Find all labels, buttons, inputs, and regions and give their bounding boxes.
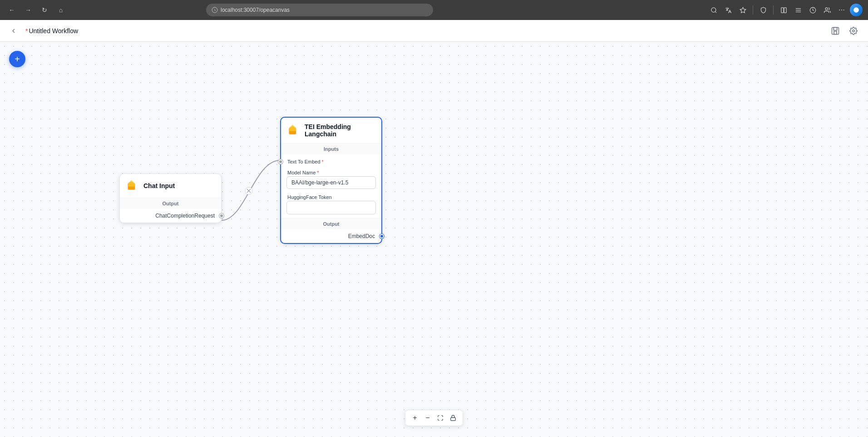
fit-view-button[interactable]	[434, 412, 446, 424]
url-text: localhost:30007/opeacanvas	[221, 7, 290, 13]
app-header: *Untitled Workflow	[0, 20, 868, 42]
embed-doc-port-row: EmbedDoc	[281, 229, 381, 243]
svg-rect-19	[128, 184, 135, 187]
chat-input-title: Chat Input	[143, 182, 175, 189]
bookmark-button[interactable]	[736, 4, 749, 16]
svg-point-1	[711, 7, 715, 12]
lock-button[interactable]	[447, 412, 459, 424]
bookmarks-bar-button[interactable]	[792, 4, 804, 16]
chat-input-output-section: Output	[120, 198, 221, 209]
text-to-embed-required: *	[322, 159, 324, 164]
svg-rect-13	[834, 31, 837, 34]
svg-rect-4	[781, 7, 783, 12]
translate-button[interactable]	[722, 4, 735, 16]
nav-home-button[interactable]: ⌂	[54, 4, 67, 16]
svg-marker-3	[740, 7, 746, 13]
zoom-out-button[interactable]: −	[422, 412, 434, 424]
chat-completion-output-port[interactable]	[219, 214, 224, 218]
svg-rect-5	[784, 7, 786, 12]
address-bar[interactable]: localhost:30007/opeacanvas	[206, 4, 433, 16]
nav-back-button[interactable]: ←	[5, 4, 18, 16]
connections-svg	[0, 42, 868, 437]
chat-input-icon	[126, 179, 139, 192]
huggingface-token-label: HuggingFace Token	[281, 193, 381, 201]
history-button[interactable]	[806, 4, 819, 16]
svg-rect-23	[289, 128, 296, 131]
svg-point-15	[245, 187, 252, 194]
tei-embedding-icon	[287, 124, 300, 137]
add-node-button[interactable]: +	[9, 51, 25, 67]
browser-actions: ⋯	[707, 4, 863, 16]
settings-button[interactable]	[846, 24, 861, 38]
zoom-in-button[interactable]: +	[409, 412, 421, 424]
svg-line-2	[715, 11, 716, 13]
chat-completion-label: ChatCompletionRequest	[155, 213, 215, 219]
chat-completion-port-row: ChatCompletionRequest	[120, 209, 221, 223]
tei-inputs-section: Inputs	[281, 143, 381, 154]
text-to-embed-row: Text To Embed *	[281, 154, 381, 168]
nav-refresh-button[interactable]: ↻	[38, 4, 51, 16]
svg-point-10	[825, 7, 828, 10]
model-name-required: *	[317, 170, 319, 175]
more-button[interactable]: ⋯	[835, 4, 848, 16]
header-actions	[828, 24, 861, 38]
tei-embedding-node[interactable]: TEI Embedding Langchain Inputs Text To E…	[280, 117, 382, 244]
embed-doc-output-port[interactable]	[380, 234, 384, 238]
text-to-embed-label: Text To Embed *	[287, 159, 324, 164]
chat-input-header: Chat Input	[120, 174, 221, 198]
tei-output-section: Output	[281, 218, 381, 229]
nav-forward-button[interactable]: →	[22, 4, 35, 16]
tei-embedding-header: TEI Embedding Langchain	[281, 118, 381, 143]
embed-doc-label: EmbedDoc	[348, 233, 375, 239]
huggingface-token-input[interactable]	[286, 201, 376, 214]
divider-1	[753, 5, 753, 15]
collections-button[interactable]	[821, 4, 833, 16]
profile-icon[interactable]	[850, 4, 863, 16]
svg-point-14	[853, 30, 855, 32]
zoom-controls: + −	[405, 410, 463, 426]
divider-2	[773, 5, 774, 15]
model-name-input[interactable]: BAAI/bge-large-en-v1.5	[286, 176, 376, 189]
shield-button[interactable]	[757, 4, 769, 16]
save-button[interactable]	[828, 24, 843, 38]
model-name-label: Model Name *	[281, 168, 381, 176]
svg-rect-26	[451, 417, 456, 420]
svg-line-17	[247, 189, 251, 193]
browser-chrome: ← → ↻ ⌂ localhost:30007/opeacanvas	[0, 0, 868, 20]
back-button[interactable]	[7, 25, 20, 37]
svg-rect-12	[833, 27, 837, 30]
title-asterisk: *	[25, 27, 28, 35]
split-view-button[interactable]	[777, 4, 790, 16]
canvas[interactable]: + Chat Input Output ChatCompletionReques…	[0, 42, 868, 437]
search-button[interactable]	[707, 4, 720, 16]
svg-line-16	[247, 189, 251, 193]
text-to-embed-input-port[interactable]	[278, 159, 283, 164]
tei-embedding-title: TEI Embedding Langchain	[305, 123, 375, 138]
chat-input-node[interactable]: Chat Input Output ChatCompletionRequest	[119, 174, 222, 223]
workflow-title: *Untitled Workflow	[25, 27, 78, 35]
